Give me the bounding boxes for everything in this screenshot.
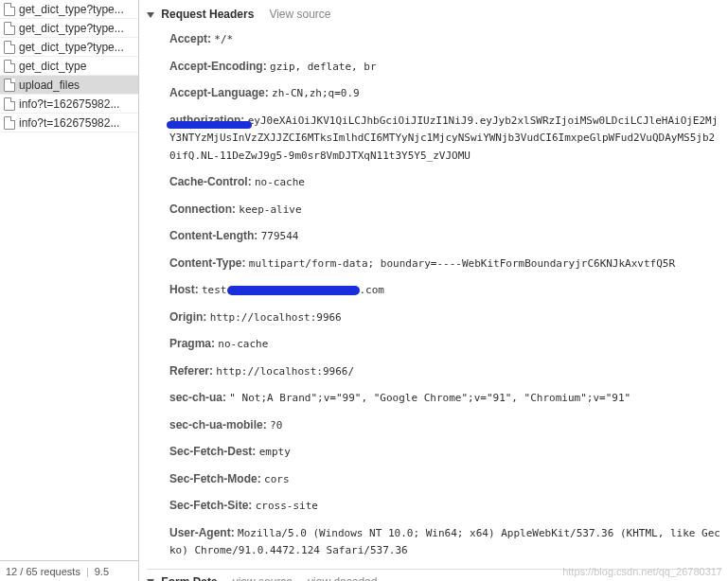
header-row: Sec-Fetch-Mode: cors [169,470,720,488]
request-item-label: get_dict_type?type... [19,3,124,16]
header-row: Connection: keep-alive [169,201,720,219]
header-row: Pragma: no-cache [169,335,720,353]
header-row: Accept-Language: zh-CN,zh;q=0.9 [169,84,720,102]
header-name: Content-Type: [169,256,249,270]
header-value: zh-CN,zh;q=0.9 [272,87,360,99]
header-value: gzip, deflate, br [270,61,377,73]
header-value: 779544 [261,230,299,242]
requests-count: 12 / 65 requests [6,566,80,577]
details-panel: Request Headers View source Accept: */*A… [139,0,728,581]
header-name: Content-Length: [169,229,261,242]
header-name: Accept-Language: [169,86,272,99]
file-icon [4,22,15,35]
header-name: Sec-Fetch-Site: [169,499,256,512]
file-icon [4,3,15,16]
header-row: Content-Type: multipart/form-data; bound… [169,255,720,273]
request-item-label: upload_files [19,79,80,92]
header-value: keep-alive [239,203,301,216]
header-value: http://localhost:9966 [210,311,342,324]
header-value: http://localhost:9966/ [216,365,354,378]
file-icon [4,60,15,73]
header-row: Sec-Fetch-Site: cross-site [169,497,720,515]
request-headers-list: Accept: */*Accept-Encoding: gzip, deflat… [147,25,720,559]
header-value: ?0 [270,419,282,431]
header-name: Origin: [169,310,210,324]
header-name: Referer: [169,364,216,378]
view-source-link[interactable]: View source [269,8,330,21]
file-icon [4,116,15,130]
header-value: empty [259,446,291,458]
header-row: sec-ch-ua-mobile: ?0 [169,416,720,434]
header-row: Accept: */* [169,30,720,48]
request-item[interactable]: get_dict_type [0,57,138,76]
header-row: Content-Length: 779544 [169,227,720,245]
header-row: sec-ch-ua: " Not;A Brand";v="99", "Googl… [169,389,720,407]
request-item-label: info?t=162675982... [19,97,119,111]
header-value: eyJ0eXAiOiJKV1QiLCJhbGciOiJIUzI1NiJ9.eyJ… [169,114,718,162]
header-name: Sec-Fetch-Mode: [169,472,264,485]
header-row: Cache-Control: no-cache [169,173,720,191]
header-name: Host: [169,283,202,296]
header-value: test.com [202,284,384,296]
header-row: Accept-Encoding: gzip, deflate, br [169,58,720,76]
form-view-source-link[interactable]: view source [233,575,293,582]
transfer-text: 9.5 [95,566,109,577]
request-headers-title: Request Headers [161,8,254,21]
header-value: " Not;A Brand";v="99", "Google Chrome";v… [229,392,630,404]
request-item[interactable]: get_dict_type?type... [0,38,138,57]
request-item[interactable]: get_dict_type?type... [0,0,138,19]
request-item-label: info?t=162675982... [19,116,119,130]
header-name: Accept-Encoding: [169,60,270,73]
header-value: cors [264,473,290,485]
request-headers-section-header[interactable]: Request Headers View source [147,4,720,25]
header-name: User-Agent: [169,526,238,539]
file-icon [4,79,15,92]
form-data-title: Form Data [161,575,217,582]
header-name: Cache-Control: [169,175,255,188]
request-item-label: get_dict_type?type... [19,22,124,35]
header-value: cross-site [256,500,318,512]
header-value: multipart/form-data; boundary=----WebKit… [249,257,675,270]
form-view-decoded-link[interactable]: view decoded [308,575,377,582]
header-name: Accept: [169,32,214,45]
status-separator: | [86,566,89,577]
header-value: no-cache [218,338,268,350]
request-item[interactable]: upload_files [0,76,138,95]
header-name: sec-ch-ua-mobile: [169,418,270,431]
network-request-sidebar: get_dict_type?type...get_dict_type?type.… [0,0,139,581]
request-item-label: get_dict_type?type... [19,41,124,54]
request-item[interactable]: info?t=162675982... [0,95,138,114]
header-name: sec-ch-ua: [169,391,229,404]
header-row: Host: test.com [169,281,720,299]
header-value: no-cache [255,176,305,188]
header-row: Sec-Fetch-Dest: empty [169,443,720,461]
header-name: Connection: [169,202,239,216]
redaction-marker [227,286,360,295]
request-item[interactable]: info?t=162675982... [0,114,138,132]
request-item-label: get_dict_type [19,60,86,73]
header-value: Mozilla/5.0 (Windows NT 10.0; Win64; x64… [169,527,720,557]
file-icon [4,97,15,111]
header-row: Referer: http://localhost:9966/ [169,362,720,380]
header-row: Origin: http://localhost:9966 [169,308,720,326]
file-icon [4,41,15,54]
collapse-triangle-icon [147,12,154,18]
request-item[interactable]: get_dict_type?type... [0,19,138,38]
header-row: authorization: eyJ0eXAiOiJKV1QiLCJhbGciO… [169,112,720,165]
watermark-text: https://blog.csdn.net/qq_26780317 [562,566,722,577]
header-name: Sec-Fetch-Dest: [169,445,259,458]
header-value: */* [214,33,233,45]
highlight-marker [167,121,252,129]
header-row: User-Agent: Mozilla/5.0 (Windows NT 10.0… [169,524,720,559]
status-bar: 12 / 65 requests | 9.5 [0,560,138,581]
request-list: get_dict_type?type...get_dict_type?type.… [0,0,138,560]
header-name: Pragma: [169,337,218,350]
